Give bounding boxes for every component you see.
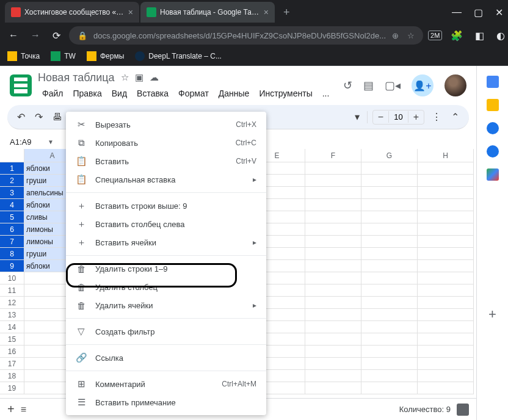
context-menu-item[interactable]: 🗑Удалить строки 1–9 [66,259,266,278]
cell[interactable] [361,321,418,333]
cell[interactable] [418,211,474,223]
menu-more[interactable]: ... [318,87,334,100]
menu-insert[interactable]: Вставка [132,87,173,100]
cell[interactable] [305,346,361,358]
row-header[interactable]: 2 [0,175,24,187]
dropdown-icon[interactable]: ▾ [352,109,362,125]
row-header[interactable]: 1 [0,162,24,175]
minimize-icon[interactable]: — [452,7,462,18]
menu-file[interactable]: Файл [38,87,67,100]
bookmark[interactable]: Фермы [87,51,124,61]
cell[interactable] [305,248,361,260]
cell[interactable] [305,211,361,223]
keep-icon[interactable] [487,99,499,111]
cell[interactable] [305,199,361,211]
row-header[interactable]: 16 [0,346,24,358]
profile-icon[interactable]: ◐ [493,27,508,44]
move-icon[interactable]: ▣ [135,72,143,83]
cell[interactable] [361,260,418,272]
star-icon[interactable]: ☆ [407,31,415,40]
cell[interactable] [305,272,361,284]
redo-button[interactable]: ↷ [32,109,45,125]
cell[interactable] [418,236,474,248]
sheets-logo[interactable] [10,74,32,96]
cell[interactable] [418,187,474,199]
menu-tools[interactable]: Инструменты [255,87,316,100]
row-header[interactable]: 18 [0,370,24,382]
row-header[interactable]: 9 [0,260,24,272]
row-header[interactable]: 10 [0,272,24,284]
add-addon-button[interactable]: + [488,306,496,322]
cell[interactable] [361,284,418,297]
bookmark[interactable]: TW [51,51,76,61]
cell[interactable] [361,370,418,382]
contacts-icon[interactable] [487,145,499,158]
cell[interactable] [305,382,361,394]
avatar[interactable] [445,74,466,96]
all-sheets-button[interactable]: ≡ [21,404,26,415]
close-icon[interactable]: × [264,7,269,17]
cell[interactable] [305,309,361,321]
cell[interactable] [305,223,361,236]
cell[interactable] [418,248,474,260]
cell[interactable] [418,199,474,211]
cell[interactable] [305,297,361,309]
cell[interactable] [305,358,361,370]
browser-tab-active[interactable]: Новая таблица - Google Табли... × [140,2,275,23]
row-header[interactable]: 3 [0,187,24,199]
cell[interactable] [305,333,361,346]
forward-button[interactable]: → [27,27,44,43]
row-header[interactable]: 19 [0,382,24,394]
cell[interactable] [361,346,418,358]
cell[interactable] [305,175,361,187]
meet-icon[interactable]: ▢◂ [385,79,401,92]
menu-edit[interactable]: Правка [68,87,106,100]
cell[interactable] [361,223,418,236]
cell[interactable] [418,382,474,394]
cell[interactable] [361,187,418,199]
cell[interactable] [361,236,418,248]
cell[interactable] [418,358,474,370]
close-icon[interactable]: × [128,7,133,17]
cell[interactable] [418,370,474,382]
cell[interactable] [418,333,474,346]
close-icon[interactable]: ✕ [495,7,503,18]
context-menu-item[interactable]: ☰Вставить примечание [66,393,266,411]
chevron-down-icon[interactable]: ▼ [48,139,54,145]
star-icon[interactable]: ☆ [121,72,129,83]
context-menu-item[interactable]: ＋Вставить ячейки▸ [66,233,266,252]
context-menu-item[interactable]: ⊞КомментарийCtrl+Alt+M [66,375,266,393]
sidepanel-icon[interactable]: ◧ [471,27,488,44]
tasks-icon[interactable] [487,122,499,134]
row-header[interactable]: 4 [0,199,24,211]
context-menu-item[interactable]: 📋Специальная вставка▸ [66,170,266,189]
row-header[interactable]: 14 [0,321,24,333]
name-box-input[interactable]: A1:A9 [7,136,44,148]
cell[interactable] [305,321,361,333]
comments-icon[interactable]: ▤ [363,79,374,92]
share-button[interactable]: 👤+ [412,74,434,96]
font-size-input[interactable]: 10 [388,111,408,123]
cell[interactable] [361,162,418,175]
context-menu-item[interactable]: ▽Создать фильтр [66,322,266,341]
column-header[interactable]: H [418,149,474,162]
history-icon[interactable]: ↺ [343,79,352,92]
cell[interactable] [361,248,418,260]
row-header[interactable]: 6 [0,223,24,236]
add-sheet-button[interactable]: + [7,402,15,416]
decrease-font-button[interactable]: − [373,110,388,124]
maximize-icon[interactable]: ▢ [474,7,483,18]
bookmark[interactable]: Точка [7,51,40,61]
cell[interactable] [361,333,418,346]
row-header[interactable]: 13 [0,309,24,321]
cell[interactable] [418,297,474,309]
context-menu-item[interactable]: 🗑Удалить ячейки▸ [66,296,266,314]
context-menu-item[interactable]: ⧉КопироватьCtrl+C [66,134,266,152]
row-header[interactable]: 8 [0,248,24,260]
extensions-icon[interactable]: 🧩 [447,27,466,44]
menu-data[interactable]: Данные [214,87,254,100]
cell[interactable] [361,199,418,211]
context-menu-item[interactable]: 🗑Удалить столбец [66,278,266,296]
cell[interactable] [305,187,361,199]
cell[interactable] [361,272,418,284]
